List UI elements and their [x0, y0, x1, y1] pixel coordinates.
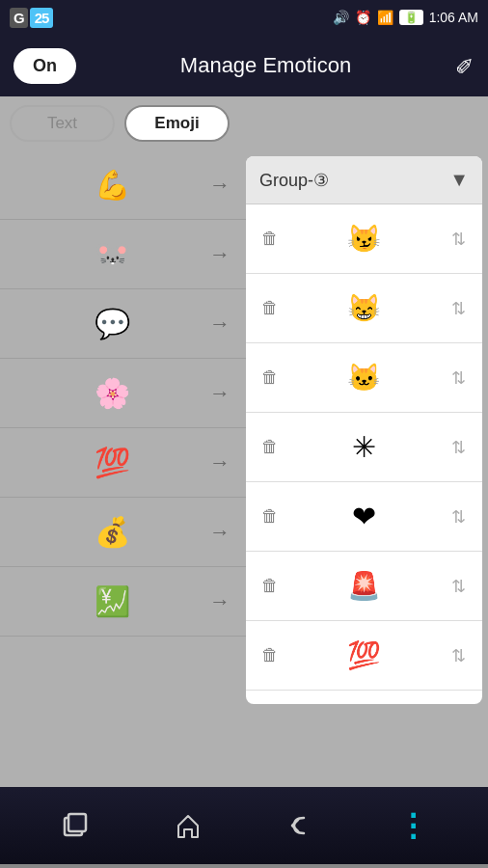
reorder-icon[interactable]: ⇅ — [444, 229, 473, 250]
back-nav-button[interactable] — [271, 797, 329, 854]
list-item: 💹 → — [0, 567, 246, 637]
tab-bar: Text Emoji — [0, 96, 488, 150]
list-item: 🐭 → — [0, 220, 246, 289]
group-item-row: 🗑 ✳ ⇅ — [246, 413, 482, 482]
group-item-row: 🗑 🚨 ⇅ — [246, 552, 482, 621]
list-item: 💯 → — [0, 428, 246, 498]
list-item: 💰 → — [0, 498, 246, 567]
reorder-icon[interactable]: ⇅ — [444, 506, 473, 528]
delete-icon[interactable]: 🗑 — [256, 229, 285, 249]
group-item-row: 🗑 😸 ⇅ — [246, 274, 482, 343]
tab-emoji[interactable]: Emoji — [124, 105, 230, 142]
list-item: 💬 → — [0, 289, 246, 359]
recents-nav-button[interactable] — [46, 797, 104, 854]
emoji-chart: 💹 — [15, 584, 209, 618]
right-panel: Group-③ ▼ 🗑 😼 ⇅ 🗑 😸 ⇅ 🗑 🐱 ⇅ 🗑 — [246, 156, 482, 704]
emoji-hundred: 💯 — [15, 446, 209, 479]
svg-rect-1 — [68, 814, 86, 831]
group-emoji-cat-smile: 😸 — [285, 292, 444, 324]
arrow-right-icon: → — [209, 450, 230, 475]
group-emoji-alarm: 🚨 — [285, 570, 444, 602]
bottom-gray-area — [0, 710, 488, 787]
group-dropdown-label: Group-③ — [259, 170, 329, 191]
emoji-flower: 🌸 — [15, 376, 209, 410]
delete-icon[interactable]: 🗑 — [256, 645, 285, 665]
reorder-icon[interactable]: ⇅ — [444, 437, 473, 458]
arrow-right-icon: → — [209, 381, 230, 406]
delete-icon[interactable]: 🗑 — [256, 367, 285, 388]
delete-icon[interactable]: 🗑 — [256, 437, 285, 457]
emoji-money: 💰 — [15, 515, 209, 549]
group-dropdown[interactable]: Group-③ ▼ — [246, 156, 482, 204]
time-display: 1:06 AM — [429, 10, 478, 25]
left-panel: 💪 → 🐭 → 💬 → 🌸 → 💯 → 💰 → 💹 → — [0, 150, 246, 710]
arrow-right-icon: → — [209, 173, 230, 198]
group-emoji-hundred: 💯 — [285, 639, 444, 671]
group-item-row: 🗑 😼 ⇅ — [246, 204, 482, 274]
group-emoji-cat-happy: 🐱 — [285, 362, 444, 393]
main-content: 💪 → 🐭 → 💬 → 🌸 → 💯 → 💰 → 💹 → — [0, 150, 488, 710]
delete-icon[interactable]: 🗑 — [256, 298, 285, 318]
menu-nav-button[interactable]: ⋮ — [384, 797, 442, 854]
group-emoji-heart: ❤ — [285, 500, 444, 533]
emoji-muscle: 💪 — [15, 168, 209, 202]
delete-icon[interactable]: 🗑 — [256, 506, 285, 527]
status-right: 🔊 ⏰ 📶 🔋 1:06 AM — [333, 10, 478, 25]
arrow-right-icon: → — [209, 242, 230, 267]
bottom-nav: ⋮ — [0, 787, 488, 864]
bluetooth-icon: 🔊 — [333, 10, 349, 25]
app-logo: G25 — [10, 8, 53, 28]
reorder-icon[interactable]: ⇅ — [444, 367, 473, 389]
emoji-mouse: 🐭 — [15, 237, 209, 271]
reorder-icon[interactable]: ⇅ — [444, 576, 473, 597]
group-item-row: 🗑 🐱 ⇅ — [246, 343, 482, 413]
status-bar: G25 🔊 ⏰ 📶 🔋 1:06 AM — [0, 0, 488, 35]
chevron-down-icon: ▼ — [449, 169, 469, 191]
group-list: 🗑 😼 ⇅ 🗑 😸 ⇅ 🗑 🐱 ⇅ 🗑 ✳ ⇅ 🗑 ❤ — [246, 204, 482, 704]
group-emoji-cat-smirk: 😼 — [285, 223, 444, 255]
header: On Manage Emoticon ✏ — [0, 35, 488, 96]
reorder-icon[interactable]: ⇅ — [444, 645, 473, 666]
arrow-right-icon: → — [209, 589, 230, 614]
group-emoji-asterisk: ✳ — [285, 430, 444, 464]
list-item: 💪 → — [0, 150, 246, 220]
arrow-right-icon: → — [209, 312, 230, 337]
status-left: G25 — [10, 8, 53, 28]
emoji-speech: 💬 — [15, 307, 209, 340]
signal-icon: 📶 — [377, 10, 393, 25]
group-item-row: 🗑 ❤ ⇅ — [246, 482, 482, 552]
on-toggle-button[interactable]: On — [14, 48, 76, 84]
header-title: Manage Emoticon — [76, 53, 455, 78]
arrow-right-icon: → — [209, 520, 230, 545]
group-item-row: 🗑 💯 ⇅ — [246, 621, 482, 691]
list-item: 🌸 → — [0, 359, 246, 428]
battery-icon: 🔋 — [399, 10, 423, 25]
delete-icon[interactable]: 🗑 — [256, 576, 285, 596]
alarm-icon: ⏰ — [355, 10, 371, 25]
tab-text[interactable]: Text — [10, 105, 115, 142]
reorder-icon[interactable]: ⇅ — [444, 298, 473, 319]
home-nav-button[interactable] — [159, 797, 217, 854]
